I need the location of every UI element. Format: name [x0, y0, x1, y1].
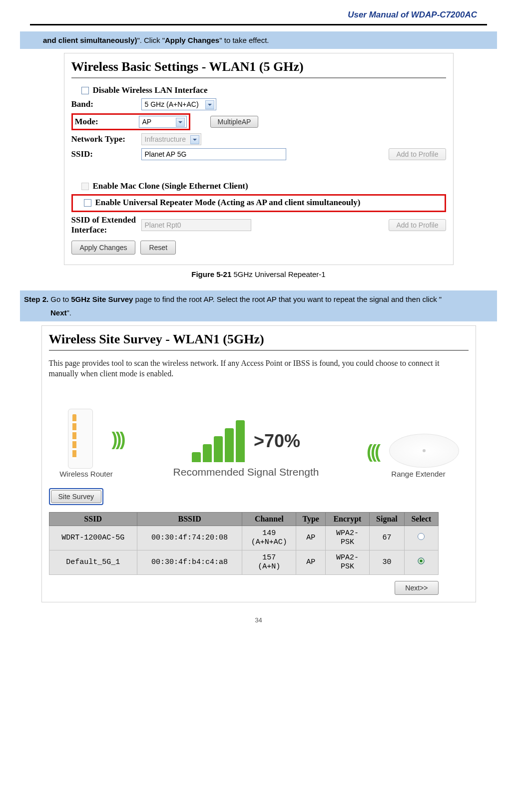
- ssid-input[interactable]: Planet AP 5G: [141, 148, 286, 160]
- figure-5-21-caption: Figure 5-21 5GHz Universal Repeater-1: [30, 270, 487, 278]
- title-underline-2: [49, 350, 469, 351]
- col-channel: Channel: [242, 512, 296, 526]
- table-cell: AP: [296, 550, 326, 574]
- step2-bold-next: Next: [50, 308, 67, 317]
- signal-percentage: >70%: [254, 431, 300, 452]
- select-radio[interactable]: [418, 533, 425, 540]
- table-cell: 157(A+N): [242, 550, 296, 574]
- apply-changes-button[interactable]: Apply Changes: [71, 241, 136, 255]
- select-radio[interactable]: [418, 557, 425, 564]
- extender-label: Range Extender: [369, 470, 469, 478]
- next-button[interactable]: Next>>: [395, 581, 438, 595]
- table-cell: Default_5G_1: [49, 550, 137, 574]
- network-type-label: Network Type:: [71, 134, 141, 144]
- table-cell: 00:30:4f:74:20:08: [137, 526, 242, 550]
- table-cell: 30: [369, 550, 405, 574]
- signal-bars-icon: [192, 420, 245, 462]
- extender-icon: [389, 434, 459, 468]
- page-number: 34: [30, 616, 487, 624]
- mode-label: Mode:: [75, 117, 139, 127]
- step2-instruction: Step 2. Go to 5GHz Site Survey page to f…: [20, 290, 497, 321]
- survey-results-table: SSID BSSID Channel Type Encrypt Signal S…: [49, 512, 439, 575]
- step2-bold-survey: 5GHz Site Survey: [71, 295, 133, 303]
- wave-icon-right: ))): [112, 429, 124, 450]
- select-cell: [405, 526, 438, 550]
- mac-clone-checkbox: [81, 183, 89, 190]
- disable-wlan-checkbox[interactable]: [81, 87, 89, 94]
- signal-diagram: ))) Wireless Router >70% Recommended Sig…: [49, 388, 469, 478]
- table-cell: WPA2-PSK: [326, 526, 370, 550]
- figure-5-21-screenshot: Wireless Basic Settings - WLAN1 (5 GHz) …: [64, 53, 454, 265]
- table-row: WDRT-1200AC-5G00:30:4f:74:20:08149(A+N+A…: [49, 526, 438, 550]
- table-cell: AP: [296, 526, 326, 550]
- select-cell: [405, 550, 438, 574]
- table-cell: 67: [369, 526, 405, 550]
- mac-clone-label: Enable Mac Clone (Single Ethernet Client…: [93, 181, 248, 191]
- doc-header: User Manual of WDAP-C7200AC: [30, 10, 487, 20]
- basic-settings-title: Wireless Basic Settings - WLAN1 (5 GHz): [71, 59, 446, 74]
- table-row: Default_5G_100:30:4f:b4:c4:a8157(A+N)APW…: [49, 550, 438, 574]
- ssid-ext-input: Planet Rpt0: [141, 219, 251, 231]
- step1-bold-apply: Apply Changes: [165, 36, 219, 44]
- col-type: Type: [296, 512, 326, 526]
- col-select: Select: [405, 512, 438, 526]
- site-survey-button[interactable]: Site Survey: [51, 490, 102, 503]
- router-label: Wireless Router: [49, 470, 124, 478]
- step1-instruction: and client simultaneously)". Click "Appl…: [20, 31, 497, 49]
- repeater-label: Enable Universal Repeater Mode (Acting a…: [95, 198, 361, 208]
- band-select[interactable]: 5 GHz (A+N+AC): [141, 98, 216, 110]
- table-cell: 00:30:4f:b4:c4:a8: [137, 550, 242, 574]
- router-icon: [68, 409, 93, 469]
- table-cell: 149(A+N+AC): [242, 526, 296, 550]
- band-label: Band:: [71, 99, 141, 109]
- site-survey-button-highlight: Site Survey: [49, 488, 104, 505]
- repeater-checkbox[interactable]: [84, 199, 91, 207]
- site-survey-description: This page provides tool to scan the wire…: [49, 358, 469, 379]
- step2-label: Step 2.: [24, 295, 48, 303]
- recommended-strength-label: Recommended Signal Strength: [124, 466, 369, 478]
- site-survey-screenshot: Wireless Site Survey - WLAN1 (5GHz) This…: [41, 325, 476, 602]
- ssid-ext-label-line2: Interface:: [71, 225, 107, 235]
- col-encrypt: Encrypt: [326, 512, 370, 526]
- col-signal: Signal: [369, 512, 405, 526]
- table-cell: WPA2-PSK: [326, 550, 370, 574]
- add-to-profile-button-2: Add to Profile: [389, 219, 446, 231]
- add-to-profile-button-1: Add to Profile: [389, 148, 446, 160]
- col-bssid: BSSID: [137, 512, 242, 526]
- site-survey-title: Wireless Site Survey - WLAN1 (5GHz): [49, 332, 469, 347]
- network-type-select: Infrastructure: [141, 133, 201, 145]
- disable-wlan-label: Disable Wireless LAN Interface: [93, 85, 208, 95]
- mode-select[interactable]: AP: [139, 116, 187, 128]
- multiple-ap-button[interactable]: MultipleAP: [210, 116, 259, 128]
- ssid-label: SSID:: [71, 149, 141, 159]
- repeater-highlight-box: Enable Universal Repeater Mode (Acting a…: [71, 194, 446, 212]
- hr-divider: [30, 24, 487, 25]
- title-underline: [71, 77, 446, 78]
- col-ssid: SSID: [49, 512, 137, 526]
- table-cell: WDRT-1200AC-5G: [49, 526, 137, 550]
- wave-icon-left: ))): [369, 441, 381, 462]
- ssid-ext-label-line1: SSID of Extended: [71, 215, 136, 225]
- reset-button[interactable]: Reset: [140, 241, 176, 255]
- step1-bold-clientsim: and client simultaneously): [43, 36, 137, 44]
